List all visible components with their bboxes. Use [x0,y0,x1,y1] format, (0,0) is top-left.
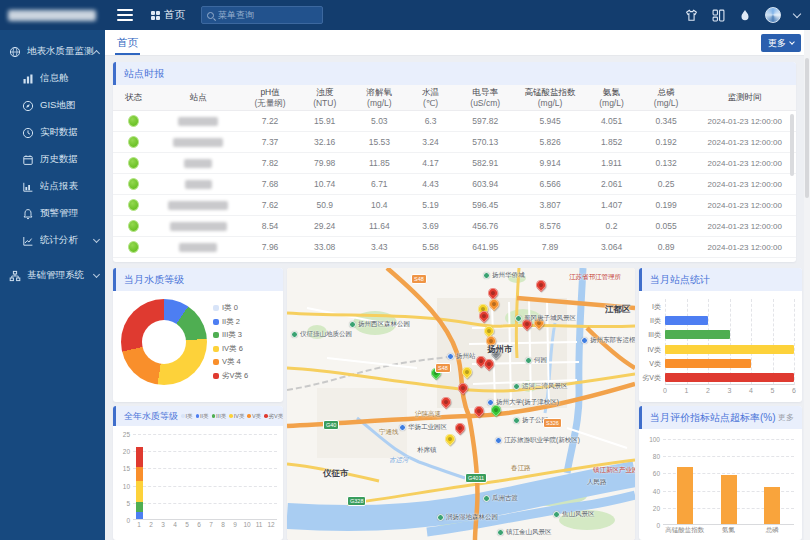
bar-row: V类 [665,359,794,368]
user-avatar[interactable] [765,7,781,23]
legend-swatch [264,414,268,418]
legend-label: I类 0 [222,303,238,313]
cell-value: 603.94 [454,174,515,195]
sidebar-item-3[interactable]: 实时数据 [0,119,105,146]
cell-value: 3.24 [407,132,455,153]
x-tick-label: 5 [771,387,775,394]
cell-monitor-time: 2024-01-23 12:00:00 [693,111,796,132]
poi-green-icon [525,357,532,364]
cell-value: 4.43 [407,174,455,195]
cell-value: 641.95 [454,237,515,258]
layout-dashboard-icon[interactable] [711,8,725,22]
cell-value: 597.82 [454,111,515,132]
bar-IV类 [665,345,794,354]
bar-劣V类 [665,373,794,382]
y-category-label: II类 [650,316,661,325]
y-tick-label: 40 [653,487,660,494]
cell-value: 32.16 [297,132,352,153]
sidebar-item-5[interactable]: 站点报表 [0,173,105,200]
map-label: 润扬湿地森林公园 [437,513,498,522]
bar-III类 [665,330,730,339]
main-area: 首页 更多 站点时报 状态站点pH值(无量纲)浊度(NTU)溶解氧(mg/L)水… [105,30,810,540]
tab-home[interactable]: 首页 [117,30,138,55]
map-label: 扬州站 [447,352,476,361]
theme-skin-icon[interactable] [684,8,698,22]
month-quality-title: 当月水质等级 [124,273,184,287]
cell-value: 0.192 [639,132,694,153]
sidebar-item-1[interactable]: 信息舱 [0,65,105,92]
map-label: 仪征市 [323,468,349,480]
station-name-blurred [178,117,218,126]
chevron-up-icon [93,49,100,56]
cell-value: 5.945 [516,111,584,132]
sidebar-item-label: 地表水质量监测系统 [27,45,94,58]
cell-value: 582.91 [454,153,515,174]
cell-value: 3.807 [516,195,584,216]
y-category-label: V类 [649,359,661,368]
y-category-label: IV类 [647,345,661,354]
y-category-label: I类 [652,302,661,311]
map-label-text: 焦山风景区 [562,510,595,519]
table-scrollbar[interactable] [790,114,794,176]
sidebar-item-2[interactable]: GIS地图 [0,92,105,119]
cell-value: 0.2 [584,216,639,237]
month-quality-header: 当月水质等级 [113,268,283,291]
cell-value: 79.98 [297,153,352,174]
map-icon [22,100,34,112]
map-label-text: 沪陕高速 [415,410,441,419]
x-tick-label: 1 [685,387,689,394]
sidebar-item-4[interactable]: 历史数据 [0,146,105,173]
map-label-text: 润扬湿地森林公园 [446,513,498,522]
gridline [133,434,277,435]
map-label: 朴席镇 [417,446,437,455]
cell-value: 7.89 [516,237,584,258]
table-row: 7.3732.1615.533.24570.135.8261.8520.1922… [113,132,796,153]
gridline [663,439,794,440]
map-label-text: 瓜洲古渡 [492,494,518,503]
gridline [773,299,774,385]
cell-value: 15.53 [352,132,407,153]
column-header-3: 浊度(NTU) [297,85,352,111]
sidebar-item-6[interactable]: 预警管理 [0,200,105,227]
home-nav-link[interactable]: 首页 [151,8,185,22]
map-label: 镇江金山风景区 [497,528,552,537]
menu-toggle-icon[interactable] [117,9,133,21]
gis-map[interactable]: 扬州市江都区仪征市扬州华侨城蜀冈唐子城风景区扬州西区森林公园仪征捺山地质公园何园… [287,268,635,540]
map-label: 运河三湾风景区 [513,382,568,391]
column-header-2: pH值(无量纲) [243,85,298,111]
poi-green-icon [437,514,444,521]
user-menu-chevron-icon[interactable] [793,9,801,17]
history-icon [22,154,34,166]
poi-green-icon [513,383,520,390]
legend-label: 劣V类 6 [222,371,248,381]
gridline [730,299,731,385]
stack-segment-劣V类 [136,447,143,468]
legend-label: 劣V类 [269,413,283,420]
legend-item: II类 [196,413,209,420]
map-label-text: 镇江新区产业园区 [593,466,635,475]
y-tick-label: 25 [123,431,130,438]
exceed-rate-more-link[interactable]: 更多 [778,412,794,423]
sidebar-item-8[interactable]: 基础管理系统 [0,262,105,289]
y-tick-label: 10 [123,482,130,489]
more-button[interactable]: 更多 [761,34,801,52]
legend-label: II类 [200,413,209,420]
menu-search-box[interactable] [201,6,323,24]
bar-总磷 [764,487,780,524]
page-scrollbar-thumb[interactable] [805,58,809,198]
cell-value: 15.91 [297,111,352,132]
road-shield: S48 [411,274,427,284]
flame-icon[interactable] [738,8,752,22]
search-input[interactable] [218,10,317,20]
sidebar-item-7[interactable]: 统计分析 [0,227,105,254]
legend-item: I类 0 [213,303,248,313]
poi-blue-icon [447,353,454,360]
sidebar-item-0[interactable]: 地表水质量监测系统 [0,38,105,65]
gridline [665,299,666,385]
legend-label: III类 [216,413,226,420]
alert-icon [22,208,34,220]
cell-value: 7.96 [243,237,298,258]
gridline [133,468,277,469]
legend-item: I类 [181,413,193,420]
page-scrollbar-track [804,30,810,540]
